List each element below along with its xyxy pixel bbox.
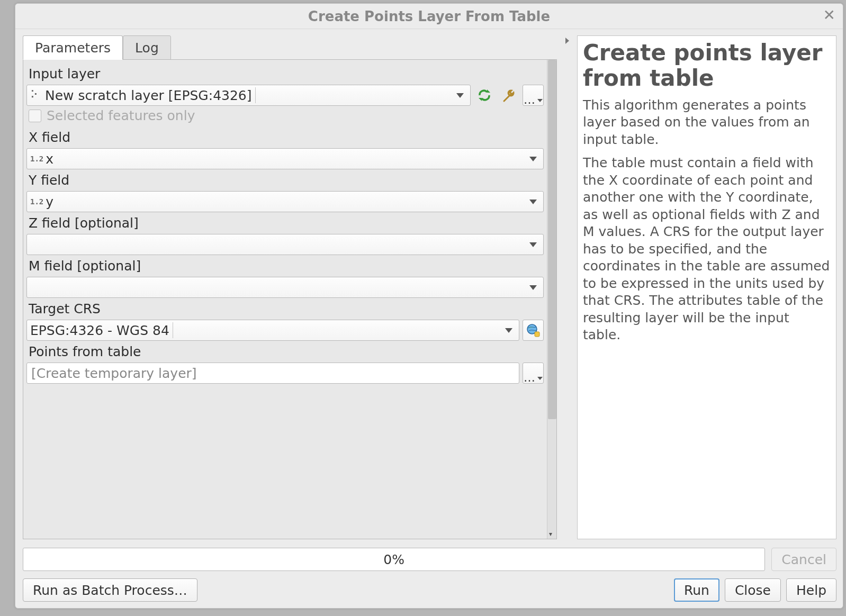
target-crs-combo[interactable]: EPSG:4326 - WGS 84 xyxy=(26,320,519,341)
chevron-down-icon xyxy=(537,99,543,102)
input-layer-label: Input layer xyxy=(26,63,544,85)
dialog-window: Create Points Layer From Table ✕ Paramet… xyxy=(15,3,843,609)
selected-only-label: Selected features only xyxy=(47,108,195,123)
output-path-input[interactable]: [Create temporary layer] xyxy=(26,363,519,384)
chevron-right-icon xyxy=(565,38,569,44)
y-field-value: y xyxy=(46,194,53,210)
chevron-down-icon xyxy=(529,285,537,290)
window-title: Create Points Layer From Table xyxy=(308,8,550,24)
help-button[interactable]: Help xyxy=(786,578,836,602)
help-paragraph: The table must contain a field with the … xyxy=(583,155,831,344)
y-field-label: Y field xyxy=(26,169,544,191)
m-field-label: M field [optional] xyxy=(26,255,544,277)
scrollbar-thumb[interactable] xyxy=(548,60,556,419)
run-button[interactable]: Run xyxy=(674,578,719,602)
m-field-combo[interactable] xyxy=(26,277,544,298)
parameters-form: Input layer New scratch layer [EPSG:4326… xyxy=(23,60,547,539)
panel-collapse-handle[interactable] xyxy=(564,35,570,539)
help-title: Create points layer from table xyxy=(583,40,831,92)
left-pane: Parameters Log Input layer New scratch l… xyxy=(23,35,557,539)
tab-parameters[interactable]: Parameters xyxy=(23,35,123,60)
selected-only-checkbox xyxy=(29,110,41,122)
titlebar: Create Points Layer From Table ✕ xyxy=(15,4,843,29)
more-icon: … xyxy=(524,96,536,103)
numeric-type-icon: 1.2 xyxy=(30,197,43,206)
close-icon[interactable]: ✕ xyxy=(823,8,835,23)
input-layer-more-button[interactable]: … xyxy=(523,85,544,106)
chevron-down-icon xyxy=(456,93,464,98)
chevron-down-icon xyxy=(529,200,537,204)
target-crs-label: Target CRS xyxy=(26,298,544,320)
x-field-combo[interactable]: 1.2 x xyxy=(26,148,544,169)
selected-only-row: Selected features only xyxy=(26,106,544,126)
vertical-scrollbar[interactable]: ▴ ▾ xyxy=(547,60,556,539)
reload-icon[interactable] xyxy=(474,85,495,106)
tab-log[interactable]: Log xyxy=(123,35,171,60)
chevron-down-icon xyxy=(529,157,537,161)
crs-select-button[interactable] xyxy=(523,320,544,341)
x-field-value: x xyxy=(46,151,53,167)
z-field-label: Z field [optional] xyxy=(26,212,544,234)
scratch-layer-icon xyxy=(30,89,42,101)
wrench-icon[interactable] xyxy=(498,85,519,106)
target-crs-value: EPSG:4326 - WGS 84 xyxy=(30,323,169,338)
chevron-down-icon xyxy=(505,328,512,333)
help-panel: Create points layer from table This algo… xyxy=(577,35,836,539)
batch-button[interactable]: Run as Batch Process… xyxy=(23,578,197,602)
input-layer-combo[interactable]: New scratch layer [EPSG:4326] xyxy=(26,85,471,106)
cancel-button: Cancel xyxy=(771,548,836,571)
parameters-panel: Input layer New scratch layer [EPSG:4326… xyxy=(23,59,557,539)
dialog-footer: 0% Cancel Run as Batch Process… Run Clos… xyxy=(15,542,843,608)
y-field-combo[interactable]: 1.2 y xyxy=(26,191,544,212)
output-more-button[interactable]: … xyxy=(523,363,544,384)
help-paragraph: This algorithm generates a points layer … xyxy=(583,97,831,149)
dialog-content: Parameters Log Input layer New scratch l… xyxy=(15,29,843,542)
output-label: Points from table xyxy=(26,341,544,363)
numeric-type-icon: 1.2 xyxy=(30,155,43,163)
z-field-combo[interactable] xyxy=(26,234,544,255)
progress-bar: 0% xyxy=(23,548,765,571)
x-field-label: X field xyxy=(26,126,544,148)
close-button[interactable]: Close xyxy=(725,578,781,602)
svg-rect-1 xyxy=(535,332,539,337)
chevron-down-icon xyxy=(529,242,537,247)
chevron-down-icon xyxy=(537,377,543,380)
tab-bar: Parameters Log xyxy=(23,35,557,60)
output-placeholder: [Create temporary layer] xyxy=(31,366,197,381)
progress-text: 0% xyxy=(383,552,404,567)
globe-icon xyxy=(526,323,541,338)
input-layer-value: New scratch layer [EPSG:4326] xyxy=(45,88,252,103)
scroll-down-icon: ▾ xyxy=(549,530,552,538)
more-icon: … xyxy=(524,374,536,381)
